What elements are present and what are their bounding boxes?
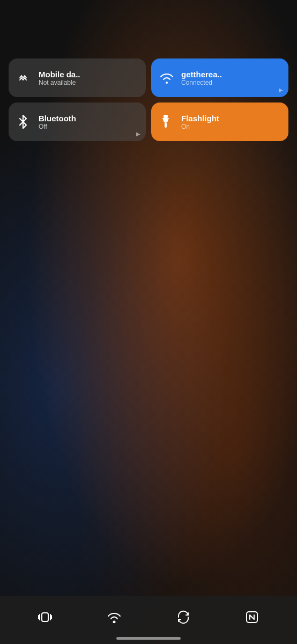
wifi-tile[interactable]: gettherea.. Connected ▶ — [151, 58, 288, 97]
bluetooth-status: Off — [39, 123, 76, 130]
mobile-data-status: Not available — [39, 79, 80, 86]
wifi-arrow: ▶ — [279, 87, 283, 93]
sync-bottom-btn[interactable] — [176, 610, 190, 624]
wifi-name: gettherea.. — [181, 70, 222, 79]
bluetooth-tile[interactable]: Bluetooth Off ▶ — [9, 103, 146, 141]
flashlight-text: Flashlight On — [181, 114, 219, 130]
bluetooth-name: Bluetooth — [39, 114, 76, 123]
flashlight-name: Flashlight — [181, 114, 219, 123]
bluetooth-arrow: ▶ — [136, 131, 140, 137]
wifi-bottom-btn[interactable] — [107, 611, 122, 623]
svg-rect-9 — [165, 122, 167, 128]
wifi-status: Connected — [181, 79, 222, 86]
wifi-text: gettherea.. Connected — [181, 70, 222, 86]
svg-point-38 — [113, 621, 116, 624]
bluetooth-text: Bluetooth Off — [39, 114, 76, 130]
svg-point-7 — [166, 82, 168, 84]
home-indicator — [116, 637, 181, 640]
vibrate-bottom-btn[interactable] — [38, 610, 52, 624]
flashlight-tile[interactable]: Flashlight On — [151, 103, 288, 141]
nfc-bottom-btn[interactable] — [245, 610, 259, 624]
svg-rect-8 — [164, 115, 168, 118]
bottom-bar — [0, 596, 297, 644]
flashlight-status: On — [181, 123, 219, 130]
mobile-data-icon — [17, 72, 32, 84]
svg-rect-33 — [42, 613, 48, 621]
bluetooth-icon — [17, 115, 32, 129]
mobile-data-tile[interactable]: Mobile da.. Not available — [9, 58, 146, 97]
flashlight-icon — [160, 114, 175, 129]
mobile-data-text: Mobile da.. Not available — [39, 70, 80, 86]
mobile-data-name: Mobile da.. — [39, 70, 80, 79]
wifi-tile-icon — [160, 72, 175, 84]
